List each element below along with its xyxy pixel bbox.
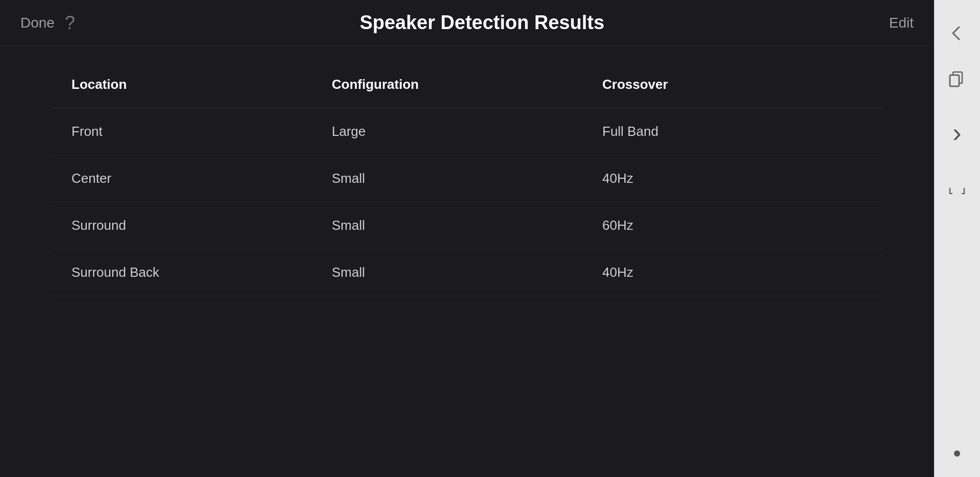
table-row: Front Large Full Band xyxy=(51,108,883,155)
cell-location-surround: Surround xyxy=(61,218,332,233)
cell-crossover-surround: 60Hz xyxy=(602,218,873,233)
cell-configuration-front: Large xyxy=(332,124,602,139)
table-row: Surround Back Small 40Hz xyxy=(51,249,883,296)
page-title: Speaker Detection Results xyxy=(75,12,889,34)
cell-location-surround-back: Surround Back xyxy=(61,265,332,280)
cell-configuration-surround: Small xyxy=(332,218,602,233)
edit-button[interactable]: Edit xyxy=(889,15,914,31)
svg-rect-1 xyxy=(950,75,959,86)
column-header-location: Location xyxy=(61,77,332,92)
cell-crossover-front: Full Band xyxy=(602,124,873,139)
table-row: Surround Small 60Hz xyxy=(51,202,883,249)
header-left: Done ? xyxy=(20,12,75,34)
chevron-right-icon: › xyxy=(952,117,961,148)
help-button[interactable]: ? xyxy=(65,12,75,34)
cell-location-center: Center xyxy=(61,171,332,186)
cell-crossover-surround-back: 40Hz xyxy=(602,265,873,280)
next-button[interactable]: › xyxy=(934,102,980,163)
table-row: Center Small 40Hz xyxy=(51,155,883,202)
cell-location-front: Front xyxy=(61,124,332,139)
input-icon[interactable] xyxy=(934,163,980,209)
column-header-crossover: Crossover xyxy=(602,77,873,92)
cell-configuration-center: Small xyxy=(332,171,602,186)
cell-crossover-center: 40Hz xyxy=(602,171,873,186)
status-dot xyxy=(954,450,960,457)
results-table: Location Configuration Crossover Front L… xyxy=(0,46,934,477)
table-header: Location Configuration Crossover xyxy=(51,77,883,108)
copy-icon[interactable] xyxy=(934,56,980,102)
back-arrow-icon[interactable] xyxy=(934,10,980,56)
done-button[interactable]: Done xyxy=(20,15,55,31)
header: Done ? Speaker Detection Results Edit xyxy=(0,0,934,46)
cell-configuration-surround-back: Small xyxy=(332,265,602,280)
sidebar: › xyxy=(934,0,980,477)
main-content: Done ? Speaker Detection Results Edit Lo… xyxy=(0,0,934,477)
column-header-configuration: Configuration xyxy=(332,77,602,92)
